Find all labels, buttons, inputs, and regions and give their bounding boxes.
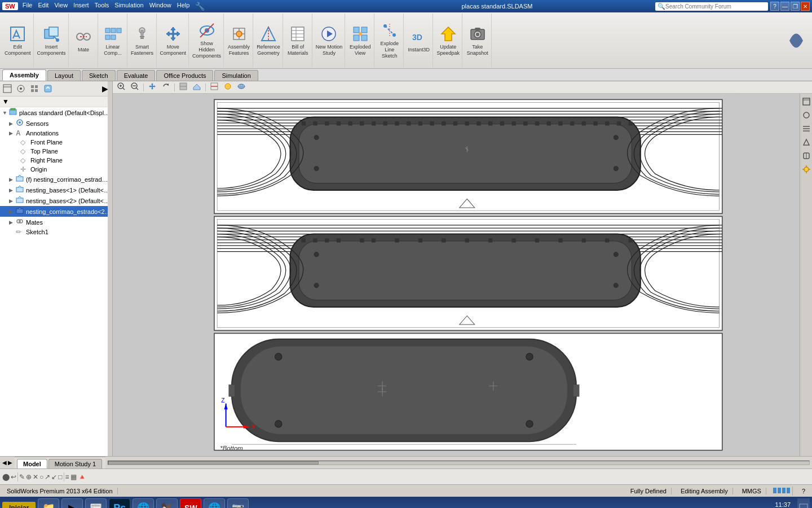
tree-annotations[interactable]: ▶ A Annotations xyxy=(0,129,112,138)
status-help-btn[interactable]: ? xyxy=(797,488,810,494)
rp-icon-6[interactable] xyxy=(801,164,812,175)
mini-tool-arrow1[interactable]: ↗ xyxy=(45,473,50,481)
tree-nesting-bases1[interactable]: ▶ nesting_bases<1> (Default<Disp... xyxy=(0,185,112,195)
pan-btn[interactable] xyxy=(146,81,158,93)
rp-icon-5[interactable] xyxy=(801,150,812,161)
minimize-btn[interactable]: — xyxy=(780,2,789,11)
nav-left-btn[interactable]: ◀ xyxy=(2,459,7,466)
zoom-to-fit-btn[interactable] xyxy=(115,81,127,93)
assembly-features-icon[interactable] xyxy=(230,25,248,43)
tree-origin[interactable]: ✛ Origin xyxy=(0,165,112,174)
taskbar-app-media[interactable]: ▶ xyxy=(61,498,83,508)
mini-tool-arrow2[interactable]: ↙ xyxy=(51,473,57,481)
tree-nesting-bases2[interactable]: ▶ nesting_bases<2> (Default<Disp... xyxy=(0,195,112,206)
mini-tool-cross[interactable]: ✕ xyxy=(33,473,38,481)
section-view-btn[interactable] xyxy=(208,81,220,93)
rp-icon-2[interactable] xyxy=(801,110,812,121)
taskbar-app-solidworks[interactable]: SW xyxy=(180,498,201,508)
search-box[interactable]: 🔍 xyxy=(655,2,768,11)
tree-sketch1[interactable]: ✏ Sketch1 xyxy=(0,227,112,237)
show-desktop-btn[interactable] xyxy=(797,498,810,508)
tree-right-plane[interactable]: ◇ Right Plane xyxy=(0,156,112,165)
menu-edit[interactable]: Edit xyxy=(38,2,48,11)
menu-file[interactable]: File xyxy=(23,2,33,11)
reference-geometry-icon[interactable] xyxy=(259,25,277,43)
take-snapshot-icon[interactable] xyxy=(469,25,487,43)
rotate-btn[interactable] xyxy=(160,81,172,93)
appearance-btn[interactable] xyxy=(222,81,234,93)
display-manager-btn[interactable] xyxy=(42,82,54,95)
menu-window[interactable]: Window xyxy=(149,2,171,11)
3d-viewport[interactable]: Z X *Bottom xyxy=(113,94,812,456)
mini-tool-rect[interactable]: □ xyxy=(58,473,62,481)
menu-view[interactable]: View xyxy=(54,2,68,11)
search-input[interactable] xyxy=(665,3,756,10)
mini-tool-select[interactable]: ⬤ xyxy=(2,473,10,481)
mini-tool-table[interactable]: ▦ xyxy=(70,473,77,481)
update-speedpak-icon[interactable] xyxy=(439,25,457,43)
menu-simulation[interactable]: Simulation xyxy=(114,2,143,11)
taskbar-app-camera[interactable]: 📷 xyxy=(227,498,249,508)
menu-tools[interactable]: Tools xyxy=(95,2,109,11)
horizontal-scrollbar[interactable]: ◀ ▶ Model Motion Study 1 xyxy=(0,456,812,468)
start-button[interactable]: Iniciar xyxy=(2,502,36,508)
tree-nesting1[interactable]: ▶ (f) nesting_corrimao_estrado<1>... xyxy=(0,174,112,185)
mini-tool-add[interactable]: ⊕ xyxy=(26,473,32,481)
bottom-tab-motion-study[interactable]: Motion Study 1 xyxy=(48,459,102,468)
status-units[interactable]: MMGS xyxy=(738,488,766,494)
taskbar-app-chrome2[interactable]: 🌐 xyxy=(204,498,225,508)
tree-nesting-corrimao2[interactable]: ▶ nesting_corrimao_estrado<2> (B... xyxy=(0,206,112,217)
rp-icon-3[interactable] xyxy=(801,123,812,134)
menu-insert[interactable]: Insert xyxy=(73,2,89,11)
taskbar-app-chrome[interactable]: 🌐 xyxy=(133,498,154,508)
explode-line-icon[interactable] xyxy=(381,21,399,40)
view-orient-btn[interactable] xyxy=(191,81,203,93)
show-hidden-icon[interactable] xyxy=(198,21,216,40)
smart-fasteners-icon[interactable] xyxy=(133,25,151,43)
tab-layout[interactable]: Layout xyxy=(47,70,81,81)
display-style-btn[interactable] xyxy=(177,81,189,93)
realview-btn[interactable] xyxy=(235,81,248,93)
new-motion-study-icon[interactable] xyxy=(320,25,338,43)
rp-icon-4[interactable] xyxy=(801,137,812,148)
close-btn[interactable]: ✕ xyxy=(801,2,810,11)
taskbar-app-bird[interactable]: 🦅 xyxy=(156,498,178,508)
property-view-btn[interactable] xyxy=(15,82,27,95)
mini-tool-pencil[interactable]: ✎ xyxy=(19,473,25,481)
mini-tool-grid[interactable]: ≡ xyxy=(65,473,69,481)
tab-sketch[interactable]: Sketch xyxy=(82,70,116,81)
tree-mates[interactable]: ▶ Mates xyxy=(0,217,112,227)
sidebar-resize-handle[interactable] xyxy=(108,81,112,456)
zoom-in-btn[interactable] xyxy=(129,81,141,93)
instant3d-icon[interactable]: 3D xyxy=(410,28,428,46)
edit-component-icon[interactable] xyxy=(8,25,27,43)
mini-tool-triangle[interactable]: 🔺 xyxy=(78,473,86,481)
maximize-btn[interactable]: ❐ xyxy=(791,2,800,11)
tab-evaluate[interactable]: Evaluate xyxy=(117,70,156,81)
tree-top-plane[interactable]: ◇ Top Plane xyxy=(0,147,112,156)
taskbar-app-news[interactable]: 📰 xyxy=(85,498,107,508)
menu-help[interactable]: Help xyxy=(177,2,190,11)
bottom-tab-model[interactable]: Model xyxy=(17,459,47,468)
tab-assembly[interactable]: Assembly xyxy=(2,69,46,81)
config-view-btn[interactable] xyxy=(28,82,41,95)
tree-sensors[interactable]: ▶ Sensors xyxy=(0,118,112,129)
help-btn[interactable]: ? xyxy=(770,2,779,11)
mini-tool-circle[interactable]: ○ xyxy=(39,473,43,481)
nav-right-btn[interactable]: ▶ xyxy=(8,459,12,466)
tree-view-btn[interactable] xyxy=(1,82,14,95)
linear-comp-icon[interactable] xyxy=(104,25,122,43)
scrollbar-thumb[interactable] xyxy=(108,461,319,465)
tree-front-plane[interactable]: ◇ Front Plane xyxy=(0,138,112,147)
mini-tool-undo[interactable]: ↩ xyxy=(11,473,16,481)
exploded-view-icon[interactable] xyxy=(351,25,369,43)
insert-components-icon[interactable] xyxy=(42,25,60,43)
tab-office-products[interactable]: Office Products xyxy=(156,70,213,81)
move-component-icon[interactable] xyxy=(164,25,182,43)
taskbar-app-photoshop[interactable]: Ps xyxy=(109,498,130,508)
taskbar-app-explorer[interactable]: 📁 xyxy=(38,498,59,508)
mate-icon[interactable] xyxy=(74,28,92,46)
scrollbar-track[interactable] xyxy=(108,461,810,465)
tab-simulation[interactable]: Simulation xyxy=(214,70,258,81)
bill-of-materials-icon[interactable] xyxy=(289,25,307,43)
